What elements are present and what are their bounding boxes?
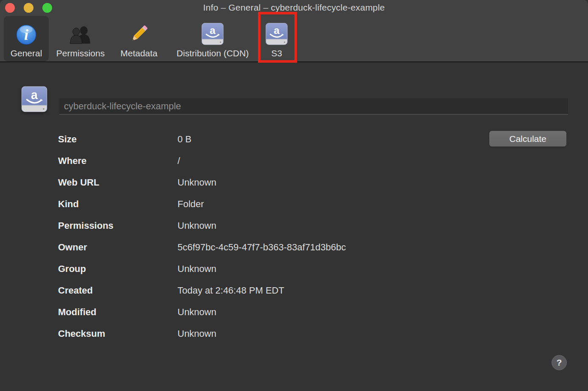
- tab-general[interactable]: i General: [4, 16, 49, 61]
- svg-text:a: a: [274, 25, 280, 36]
- info-row-permissions: Permissions Unknown: [58, 220, 346, 230]
- pencil-icon: [128, 22, 150, 45]
- info-row-created: Created Today at 2:46:48 PM EDT: [58, 285, 346, 295]
- svg-text:i: i: [24, 26, 28, 43]
- amazon-drive-icon: a: [265, 22, 288, 45]
- tab-permissions[interactable]: Permissions: [51, 16, 110, 61]
- info-label: Owner: [58, 242, 178, 253]
- tab-s3[interactable]: a S3: [260, 16, 294, 61]
- tab-distribution-cdn-label: Distribution (CDN): [177, 48, 249, 58]
- svg-text:a: a: [210, 25, 216, 36]
- tab-metadata-label: Metadata: [120, 48, 158, 58]
- info-row-modified: Modified Unknown: [58, 307, 346, 317]
- calculate-button[interactable]: Calculate: [489, 131, 566, 147]
- info-row-where: Where /: [58, 155, 346, 166]
- info-value: Unknown: [178, 177, 216, 188]
- amazon-drive-icon: a: [20, 86, 48, 114]
- info-row-web-url: Web URL Unknown: [58, 177, 346, 187]
- tab-metadata[interactable]: Metadata: [115, 16, 163, 61]
- info-label: Kind: [58, 199, 178, 210]
- info-value: Unknown: [178, 263, 216, 275]
- info-value: /: [178, 155, 180, 166]
- tab-permissions-label: Permissions: [56, 48, 105, 58]
- info-label: Size: [58, 134, 178, 145]
- window-titlebar: Info – General – cyberduck-lifecycle-exa…: [0, 0, 588, 62]
- info-label: Group: [58, 263, 178, 275]
- info-value: Unknown: [178, 307, 216, 318]
- general-panel: a Calculate Size 0 B Where / Web URL Unk…: [0, 63, 588, 391]
- tab-s3-label: S3: [271, 48, 282, 58]
- info-icon: i: [16, 22, 37, 45]
- info-row-owner: Owner 5c6f97bc-4c59-47f7-b363-83af71d3b6…: [58, 242, 346, 252]
- info-label: Where: [58, 155, 178, 166]
- info-value: Today at 2:46:48 PM EDT: [178, 285, 284, 296]
- info-label: Modified: [58, 307, 178, 318]
- info-label: Checksum: [58, 328, 178, 339]
- info-row-size: Size 0 B: [58, 134, 346, 144]
- info-value: 0 B: [178, 134, 191, 145]
- info-label: Permissions: [58, 220, 178, 231]
- info-table: Size 0 B Where / Web URL Unknown Kind Fo…: [58, 134, 346, 350]
- info-value: Folder: [178, 199, 204, 210]
- svg-text:a: a: [31, 88, 38, 102]
- info-value: Unknown: [178, 328, 216, 339]
- info-label: Created: [58, 285, 178, 296]
- info-value: 5c6f97bc-4c59-47f7-b363-83af71d3b6bc: [178, 242, 346, 253]
- window-title: Info – General – cyberduck-lifecycle-exa…: [0, 3, 588, 13]
- tab-distribution-cdn[interactable]: a Distribution (CDN): [172, 16, 254, 61]
- info-value: Unknown: [178, 220, 216, 231]
- info-row-group: Group Unknown: [58, 263, 346, 274]
- tab-general-label: General: [11, 48, 42, 58]
- info-label: Web URL: [58, 177, 178, 188]
- help-button[interactable]: ?: [552, 355, 567, 370]
- people-icon: [68, 22, 93, 45]
- amazon-drive-icon: a: [201, 22, 225, 45]
- info-row-checksum: Checksum Unknown: [58, 328, 346, 338]
- info-row-kind: Kind Folder: [58, 199, 346, 209]
- filename-input[interactable]: [59, 98, 568, 115]
